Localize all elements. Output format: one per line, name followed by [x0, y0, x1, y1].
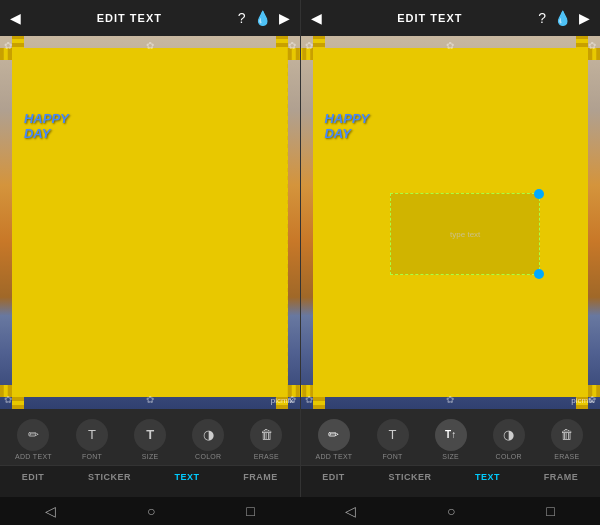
- right-tool-erase[interactable]: 🗑 ERASE: [549, 419, 585, 460]
- system-nav: ◁ ○ □ ◁ ○ □: [0, 497, 600, 525]
- left-drop-icon[interactable]: 💧: [254, 10, 271, 26]
- left-nav-sticker[interactable]: STICKER: [88, 472, 131, 493]
- right-title: EDIT TEXT: [397, 12, 462, 24]
- left-nav-text[interactable]: TEXT: [175, 472, 200, 493]
- left-topbar-icons: ? 💧 ▶: [238, 10, 290, 26]
- left-tool-erase[interactable]: 🗑 ERASE: [248, 419, 284, 460]
- left-deco-bl: ✿: [4, 394, 12, 405]
- left-font-label: FONT: [82, 453, 102, 460]
- right-erase-label: ERASE: [554, 453, 579, 460]
- left-deco-cb: ✿: [146, 394, 154, 405]
- left-color-label: COLOR: [195, 453, 221, 460]
- selection-placeholder-text: type text: [450, 229, 480, 238]
- right-size-icon[interactable]: T↑: [435, 419, 467, 451]
- left-panel: ◀ EDIT TEXT ? 💧 ▶ ✿ ✿ ✿ ✿ ✿ ✿ HAPPY DAY: [0, 0, 301, 497]
- left-title: EDIT TEXT: [97, 12, 162, 24]
- left-image-area: ✿ ✿ ✿ ✿ ✿ ✿ HAPPY DAY picmix: [0, 36, 300, 409]
- right-color-icon[interactable]: ◑: [493, 419, 525, 451]
- right-toolbar: ✏ ADD TEXT T FONT T↑ SIZE ◑ COLOR 🗑 ERAS…: [301, 409, 601, 465]
- right-tool-font[interactable]: T FONT: [375, 419, 411, 460]
- left-back-button[interactable]: ◀: [10, 10, 21, 26]
- left-tool-addtext[interactable]: ✏ ADD TEXT: [15, 419, 52, 460]
- left-watermark-text: picmix: [271, 396, 294, 405]
- right-deco-bl: ✿: [305, 394, 313, 405]
- left-help-icon[interactable]: ?: [238, 10, 246, 26]
- left-topbar: ◀ EDIT TEXT ? 💧 ▶: [0, 0, 300, 36]
- left-erase-icon[interactable]: 🗑: [250, 419, 282, 451]
- left-happy-line1: HAPPY: [24, 111, 69, 127]
- right-bottom-nav: EDIT STICKER TEXT FRAME: [301, 465, 601, 497]
- right-deco-cb: ✿: [446, 394, 454, 405]
- right-addtext-icon[interactable]: ✏: [318, 419, 350, 451]
- left-watermark: picmix: [271, 396, 294, 405]
- right-watermark: picmix: [571, 396, 594, 405]
- right-addtext-label: ADD TEXT: [316, 453, 353, 460]
- right-panel: ◀ EDIT TEXT ? 💧 ▶ ✿ ✿ ✿ ✿ ✿ ✿ HAPPY DAY: [301, 0, 601, 497]
- right-watermark-text: picmix: [571, 396, 594, 405]
- right-nav-sticker[interactable]: STICKER: [388, 472, 431, 493]
- right-font-icon[interactable]: T: [377, 419, 409, 451]
- right-erase-icon[interactable]: 🗑: [551, 419, 583, 451]
- right-nav-frame[interactable]: FRAME: [544, 472, 579, 493]
- right-image-area[interactable]: ✿ ✿ ✿ ✿ ✿ ✿ HAPPY DAY type text picmix: [301, 36, 601, 409]
- right-tool-size[interactable]: T↑ SIZE: [433, 419, 469, 460]
- left-addtext-label: ADD TEXT: [15, 453, 52, 460]
- right-happy-line1: HAPPY: [324, 111, 369, 127]
- left-color-icon[interactable]: ◑: [192, 419, 224, 451]
- right-deco-ct: ✿: [446, 40, 454, 51]
- right-happy-text: HAPPY DAY: [324, 111, 369, 142]
- left-bottom-nav: EDIT STICKER TEXT FRAME: [0, 465, 300, 497]
- left-nav-frame[interactable]: FRAME: [243, 472, 278, 493]
- right-topbar: ◀ EDIT TEXT ? 💧 ▶: [301, 0, 601, 36]
- left-edge-pattern: [0, 36, 300, 409]
- left-size-icon[interactable]: T: [134, 419, 166, 451]
- right-color-label: COLOR: [496, 453, 522, 460]
- left-toolbar: ✏ ADD TEXT T FONT T SIZE ◑ COLOR 🗑 ERASE: [0, 409, 300, 465]
- left-font-icon[interactable]: T: [76, 419, 108, 451]
- right-drop-icon[interactable]: 💧: [554, 10, 571, 26]
- system-back-button-2[interactable]: ◁: [345, 503, 356, 519]
- system-recent-button-2[interactable]: □: [546, 503, 554, 519]
- left-deco-tr: ✿: [288, 40, 296, 51]
- left-tool-color[interactable]: ◑ COLOR: [190, 419, 226, 460]
- left-happy-text: HAPPY DAY: [24, 111, 69, 142]
- left-size-label: SIZE: [142, 453, 159, 460]
- selection-move-handle[interactable]: [534, 189, 544, 199]
- right-happy-line2: DAY: [324, 126, 369, 142]
- right-deco-tl: ✿: [305, 40, 313, 51]
- right-help-icon[interactable]: ?: [538, 10, 546, 26]
- left-deco-tl: ✿: [4, 40, 12, 51]
- system-home-button[interactable]: ○: [147, 503, 155, 519]
- system-recent-button[interactable]: □: [246, 503, 254, 519]
- left-addtext-icon[interactable]: ✏: [17, 419, 49, 451]
- right-deco-tr: ✿: [588, 40, 596, 51]
- left-forward-button[interactable]: ▶: [279, 10, 290, 26]
- main-panels: ◀ EDIT TEXT ? 💧 ▶ ✿ ✿ ✿ ✿ ✿ ✿ HAPPY DAY: [0, 0, 600, 497]
- right-font-label: FONT: [382, 453, 402, 460]
- left-tool-size[interactable]: T SIZE: [132, 419, 168, 460]
- right-forward-button[interactable]: ▶: [579, 10, 590, 26]
- text-selection-box[interactable]: type text: [390, 193, 540, 275]
- right-back-button[interactable]: ◀: [311, 10, 322, 26]
- right-size-label: SIZE: [442, 453, 459, 460]
- right-nav-edit[interactable]: EDIT: [322, 472, 345, 493]
- right-tool-addtext[interactable]: ✏ ADD TEXT: [316, 419, 353, 460]
- system-home-button-2[interactable]: ○: [447, 503, 455, 519]
- right-topbar-icons: ? 💧 ▶: [538, 10, 590, 26]
- right-tool-color[interactable]: ◑ COLOR: [491, 419, 527, 460]
- left-erase-label: ERASE: [254, 453, 279, 460]
- left-tool-font[interactable]: T FONT: [74, 419, 110, 460]
- left-deco-ct: ✿: [146, 40, 154, 51]
- right-nav-text[interactable]: TEXT: [475, 472, 500, 493]
- selection-rotate-handle[interactable]: [534, 269, 544, 279]
- left-happy-line2: DAY: [24, 126, 69, 142]
- system-back-button[interactable]: ◁: [45, 503, 56, 519]
- left-nav-edit[interactable]: EDIT: [22, 472, 45, 493]
